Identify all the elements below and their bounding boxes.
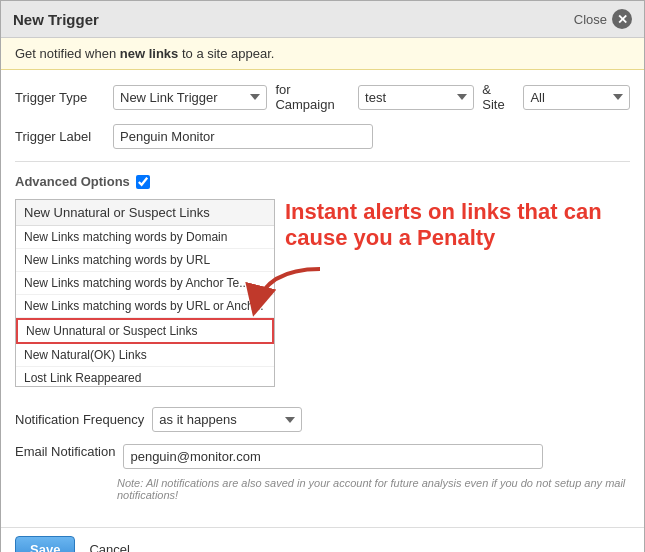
list-item[interactable]: Lost Link Reappeared	[16, 367, 274, 386]
close-label: Close	[574, 12, 607, 27]
info-text-before: Get notified when	[15, 46, 120, 61]
list-item[interactable]: New Natural(OK) Links	[16, 344, 274, 367]
dropdown-header[interactable]: New Unnatural or Suspect Links	[16, 200, 274, 226]
site-label: & Site	[482, 82, 515, 112]
trigger-type-select[interactable]: New Link Trigger Keyword Trigger Rank Tr…	[113, 85, 267, 110]
list-item[interactable]: New Links matching words by URL	[16, 249, 274, 272]
dialog-title: New Trigger	[13, 11, 99, 28]
note-text: Note: All notifications are also saved i…	[15, 477, 630, 501]
dropdown-list: New Links matching words by Domain New L…	[16, 226, 274, 386]
trigger-type-dropdown-panel: New Unnatural or Suspect Links New Links…	[15, 199, 275, 387]
email-notification-row: Email Notification	[15, 444, 630, 469]
dialog-header: New Trigger Close ✕	[1, 1, 644, 38]
list-item-selected[interactable]: New Unnatural or Suspect Links	[16, 318, 274, 344]
site-select[interactable]: All Domain	[523, 85, 630, 110]
info-text-bold: new links	[120, 46, 179, 61]
trigger-type-row: Trigger Type New Link Trigger Keyword Tr…	[15, 82, 630, 112]
save-button[interactable]: Save	[15, 536, 75, 552]
overlay-text: Instant alerts on links that can cause y…	[285, 199, 615, 252]
advanced-options-checkbox[interactable]	[136, 175, 150, 189]
trigger-label-input[interactable]	[113, 124, 373, 149]
for-campaign-label: for Campaign	[275, 82, 350, 112]
cancel-button[interactable]: Cancel	[85, 537, 133, 552]
divider	[15, 161, 630, 162]
close-button[interactable]: ✕	[612, 9, 632, 29]
trigger-label-label: Trigger Label	[15, 129, 105, 144]
list-item[interactable]: New Links matching words by URL or Anch.…	[16, 295, 274, 318]
notification-frequency-select[interactable]: as it happens daily weekly	[152, 407, 302, 432]
close-area[interactable]: Close ✕	[574, 9, 632, 29]
info-text-after: to a site appear.	[178, 46, 274, 61]
email-notification-input[interactable]	[123, 444, 543, 469]
advanced-options-label: Advanced Options	[15, 174, 130, 189]
info-bar: Get notified when new links to a site ap…	[1, 38, 644, 70]
list-item[interactable]: New Links matching words by Anchor Te...	[16, 272, 274, 295]
list-item[interactable]: New Links matching words by Domain	[16, 226, 274, 249]
overlay-area: New Unnatural or Suspect Links New Links…	[15, 199, 630, 397]
arrow-icon	[245, 264, 325, 324]
footer: Save Cancel	[1, 527, 644, 552]
advanced-options-row: Advanced Options	[15, 174, 630, 189]
campaign-select[interactable]: test campaign1	[358, 85, 474, 110]
form-body: Trigger Type New Link Trigger Keyword Tr…	[1, 70, 644, 527]
notification-frequency-label: Notification Frequency	[15, 412, 144, 427]
notification-frequency-row: Notification Frequency as it happens dai…	[15, 407, 630, 432]
trigger-type-label: Trigger Type	[15, 90, 105, 105]
email-notification-label: Email Notification	[15, 444, 115, 459]
dialog: New Trigger Close ✕ Get notified when ne…	[0, 0, 645, 552]
trigger-label-row: Trigger Label	[15, 124, 630, 149]
